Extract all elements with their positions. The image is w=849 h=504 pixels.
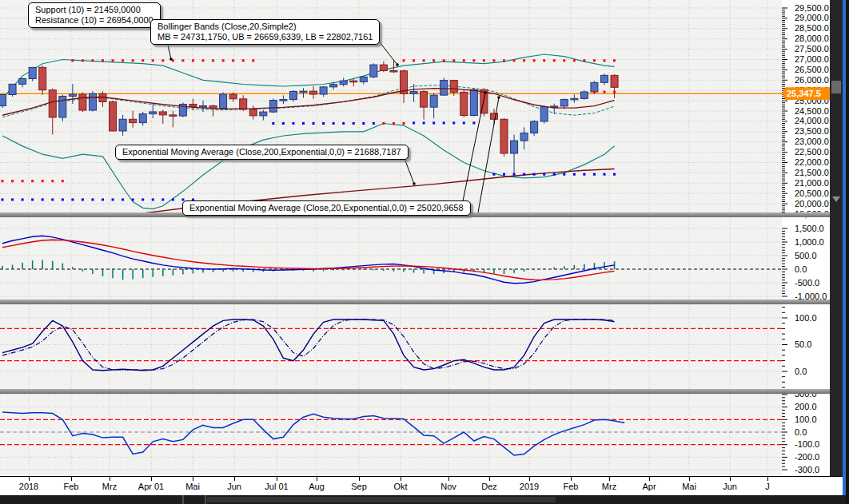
window-edge: [846, 0, 849, 504]
scrollbar-separator: [205, 495, 206, 504]
callout-support-resistance[interactable]: Support (10) = 21459,0000 Resistance (10…: [28, 2, 161, 28]
charting-window: 29,500.029,000.028,500.028,000.027,500.0…: [0, 0, 849, 504]
ema200-label: Exponential Moving Average (Close,200,Ex…: [122, 147, 401, 157]
panel-splitter[interactable]: [0, 300, 844, 304]
support-label: Support (10) = 21459,0000: [35, 5, 141, 14]
callout-ema20[interactable]: Exponential Moving Average (Close,20,Exp…: [182, 200, 471, 216]
bollinger-name-label: Bollinger Bands (Close,20,Simple2): [157, 22, 297, 31]
ema20-label: Exponential Moving Average (Close,20,Exp…: [189, 203, 464, 212]
callout-bollinger[interactable]: Bollinger Bands (Close,20,Simple2) MB = …: [150, 19, 380, 45]
vertical-scrollbar[interactable]: [830, 0, 843, 476]
resistance-label: Resistance (10) = 26954,0000: [35, 15, 153, 25]
current-price-tag: 25,347.5: [782, 87, 830, 100]
chart-plot-area[interactable]: [0, 0, 849, 504]
horizontal-scrollbar-thumb[interactable]: [207, 497, 556, 502]
scrollbar-down-arrow-icon[interactable]: [832, 196, 840, 202]
scrollbar-separator: [182, 495, 184, 504]
callout-ema200[interactable]: Exponential Moving Average (Close,200,Ex…: [115, 145, 409, 160]
horizontal-scrollbar[interactable]: [0, 495, 849, 504]
bollinger-values-label: MB = 24731,1750, UB = 26659,6339, LB = 2…: [157, 32, 373, 42]
panel-splitter[interactable]: [0, 389, 844, 394]
vertical-scrollbar-thumb[interactable]: [831, 81, 841, 93]
